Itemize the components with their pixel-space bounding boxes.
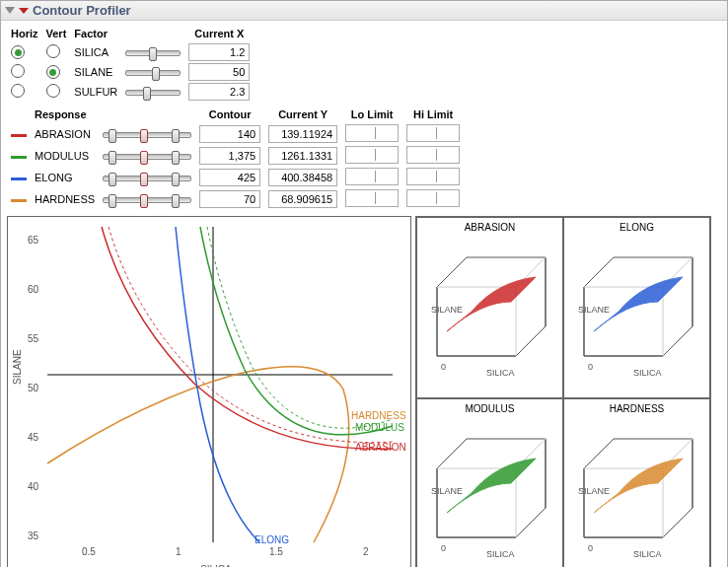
current-y: 139.11924: [268, 125, 337, 143]
factor-row: SULFUR2.3: [7, 82, 254, 102]
vert-radio[interactable]: [46, 65, 60, 79]
factor-table: Horiz Vert Factor Current X SILICA1.2SIL…: [7, 25, 254, 102]
col-factor: Factor: [70, 25, 121, 42]
surf-ylab: SILANE: [578, 305, 610, 315]
factor-name: SULFUR: [70, 82, 121, 102]
factor-row: SILANE50: [7, 62, 254, 82]
surf-xlab: SILICA: [633, 549, 662, 559]
lo-limit-field[interactable]: [345, 168, 399, 185]
surf-zero: 0: [441, 362, 446, 372]
color-swatch: [11, 199, 27, 202]
surface-plot[interactable]: HARDNESSSILANE0SILICA: [563, 398, 710, 567]
ytick: 35: [28, 531, 38, 541]
col-currenty: Current Y: [264, 106, 341, 123]
surface-plot[interactable]: MODULUSSILANE0SILICA: [416, 398, 563, 567]
contour-profiler-window: Contour Profiler Horiz Vert Factor Curre…: [0, 0, 728, 567]
color-swatch: [11, 156, 27, 159]
horiz-radio[interactable]: [11, 84, 25, 98]
surface-grid: ABRASIONSILANE0SILICAELONGSILANE0SILICAM…: [415, 216, 711, 567]
ylabel: SILANE: [12, 349, 23, 385]
lo-limit-field[interactable]: [345, 146, 399, 164]
response-name: ELONG: [31, 167, 99, 188]
hi-limit-field[interactable]: [406, 189, 460, 207]
menu-icon[interactable]: [19, 8, 29, 14]
response-row: ELONG425400.38458: [7, 167, 464, 188]
contour-field[interactable]: 1,375: [199, 147, 260, 165]
hi-limit-field[interactable]: [406, 124, 460, 142]
ytick: 45: [28, 432, 38, 443]
ytick: 55: [28, 333, 38, 344]
ytick: 50: [28, 383, 38, 393]
ytick: 40: [28, 481, 38, 492]
lo-limit-field[interactable]: [345, 189, 399, 207]
label-modulus: MODULUS: [355, 422, 404, 433]
surf-xlab: SILICA: [486, 368, 515, 378]
col-response: Response: [31, 106, 99, 123]
ytick: 65: [28, 235, 38, 246]
col-currentx: Current X: [184, 25, 254, 42]
response-table: Response Contour Current Y Lo Limit Hi L…: [7, 106, 464, 210]
surface-svg: [417, 399, 565, 567]
col-lolimit: Lo Limit: [341, 106, 402, 123]
horiz-radio[interactable]: [11, 64, 25, 78]
contour-field[interactable]: 425: [199, 169, 260, 186]
response-row: HARDNESS7068.909615: [7, 188, 464, 210]
limit-slider[interactable]: [103, 176, 191, 181]
current-x-field[interactable]: 1.2: [188, 43, 250, 61]
window-title: Contour Profiler: [33, 3, 131, 18]
response-row: ABRASION140139.11924: [7, 123, 464, 145]
vert-radio[interactable]: [46, 44, 60, 58]
contour-field[interactable]: 70: [199, 190, 260, 208]
col-horiz: Horiz: [7, 25, 42, 42]
surface-svg: [564, 399, 712, 567]
current-y: 400.38458: [268, 169, 337, 186]
contour-field[interactable]: 140: [199, 125, 260, 143]
surf-xlab: SILICA: [633, 368, 662, 378]
disclosure-icon[interactable]: [5, 7, 15, 14]
xtick: 2: [363, 546, 369, 557]
lo-limit-field[interactable]: [345, 124, 399, 142]
limit-slider[interactable]: [103, 132, 191, 138]
current-y: 1261.1331: [268, 147, 337, 165]
surf-zero: 0: [441, 543, 446, 553]
col-contour: Contour: [195, 106, 264, 123]
hi-limit-field[interactable]: [406, 146, 460, 164]
col-hilimit: Hi Limit: [402, 106, 464, 123]
surf-ylab: SILANE: [578, 486, 610, 496]
response-row: MODULUS1,3751261.1331: [7, 145, 464, 167]
titlebar: Contour Profiler: [1, 1, 727, 21]
response-name: MODULUS: [31, 145, 99, 167]
factor-slider[interactable]: [125, 90, 181, 96]
contour-plot-svg: [8, 217, 412, 567]
surf-ylab: SILANE: [431, 305, 463, 315]
color-swatch: [11, 177, 27, 180]
limit-slider[interactable]: [103, 197, 191, 203]
surface-plot[interactable]: ABRASIONSILANE0SILICA: [416, 217, 563, 398]
hi-limit-field[interactable]: [406, 168, 460, 185]
current-x-field[interactable]: 50: [188, 63, 250, 81]
factor-slider[interactable]: [125, 50, 181, 56]
surf-ylab: SILANE: [431, 486, 463, 496]
xtick: 0.5: [82, 546, 96, 557]
factor-slider[interactable]: [125, 70, 181, 76]
factor-name: SILICA: [70, 42, 121, 62]
label-hardness: HARDNESS: [351, 410, 406, 421]
label-elong: ELONG: [255, 534, 289, 545]
surf-zero: 0: [588, 362, 593, 372]
contour-plot[interactable]: HARDNESS MODULUS ABRASION ELONG SILANE S…: [7, 216, 411, 567]
surf-xlab: SILICA: [486, 549, 515, 559]
surf-zero: 0: [588, 543, 593, 553]
response-name: HARDNESS: [31, 188, 99, 210]
surface-plot[interactable]: ELONGSILANE0SILICA: [563, 217, 710, 398]
horiz-radio[interactable]: [11, 45, 25, 59]
response-name: ABRASION: [31, 123, 99, 145]
current-y: 68.909615: [268, 190, 337, 208]
factor-name: SILANE: [70, 62, 121, 82]
label-abrasion: ABRASION: [355, 442, 406, 453]
xtick: 1: [176, 546, 182, 557]
factor-row: SILICA1.2: [7, 42, 254, 62]
current-x-field[interactable]: 2.3: [188, 83, 250, 101]
vert-radio[interactable]: [46, 84, 60, 98]
col-vert: Vert: [42, 25, 71, 42]
limit-slider[interactable]: [103, 154, 191, 160]
